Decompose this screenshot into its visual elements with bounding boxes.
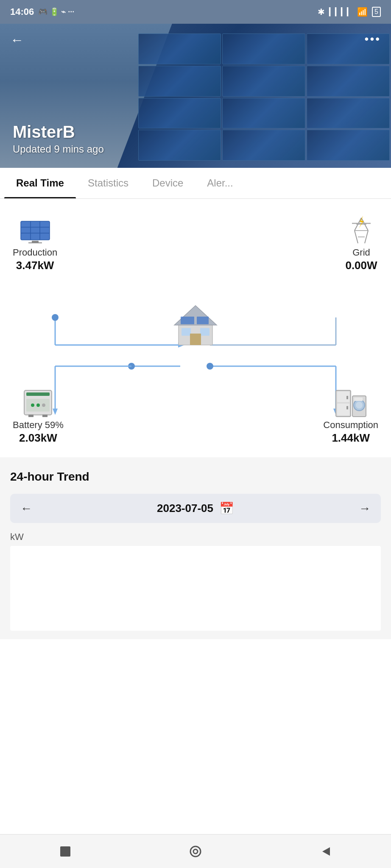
battery-storage-icon <box>21 388 55 418</box>
solar-panel-icon <box>18 216 52 245</box>
date-navigator: ← 2023-07-05 📅 → <box>10 494 381 523</box>
svg-point-41 <box>31 403 34 407</box>
svg-rect-34 <box>197 317 209 324</box>
svg-point-56 <box>190 846 201 857</box>
status-icons: 🎮 🔋 ⌁ ··· <box>38 7 74 17</box>
svg-line-24 <box>355 231 358 243</box>
consumption-node: Consumption 1.44kW <box>323 388 378 445</box>
svg-rect-49 <box>346 396 348 399</box>
tab-device[interactable]: Device <box>140 168 195 198</box>
bluetooth-icon: ✱ <box>318 7 325 17</box>
energy-flow-diagram: Production 3.47kW <box>13 216 378 445</box>
production-label: Production <box>13 247 57 258</box>
svg-rect-39 <box>26 392 50 396</box>
svg-point-57 <box>193 849 198 854</box>
battery-node: Battery 59% 2.03kW <box>13 388 64 445</box>
grid-node: Grid 0.00W <box>344 216 378 272</box>
tab-realtime[interactable]: Real Time <box>4 168 76 198</box>
svg-marker-58 <box>322 847 330 856</box>
svg-rect-50 <box>346 406 348 409</box>
battery-value: 2.03kW <box>19 431 57 445</box>
svg-rect-44 <box>28 415 34 417</box>
time-display: 14:06 <box>10 6 34 17</box>
signal-icon: ▎▎▎▎ <box>329 7 353 17</box>
svg-rect-33 <box>181 317 194 324</box>
consumption-label: Consumption <box>323 420 378 431</box>
status-right-icons: ✱ ▎▎▎▎ 📶 5 <box>318 7 381 17</box>
svg-rect-37 <box>190 334 201 345</box>
trend-title: 24-hour Trend <box>10 470 381 484</box>
prev-date-button[interactable]: ← <box>20 502 32 515</box>
nav-home-button[interactable] <box>185 841 206 862</box>
svg-point-3 <box>52 314 59 321</box>
consumption-icon <box>334 388 368 418</box>
header-content: MisterB Updated 9 mins ago <box>13 122 104 155</box>
date-display: 2023-07-05 📅 <box>157 501 234 515</box>
house-node <box>172 300 219 347</box>
svg-point-43 <box>42 403 45 407</box>
svg-point-53 <box>356 402 363 409</box>
grid-label: Grid <box>352 247 370 258</box>
calendar-icon[interactable]: 📅 <box>219 501 234 515</box>
status-time: 14:06 🎮 🔋 ⌁ ··· <box>10 6 74 17</box>
nav-square-button[interactable] <box>55 841 76 862</box>
grid-icon <box>344 216 378 245</box>
consumption-value: 1.44kW <box>332 431 370 445</box>
tab-alerts[interactable]: Aler... <box>195 168 245 198</box>
nav-back-button[interactable] <box>315 841 336 862</box>
next-date-button[interactable]: → <box>359 502 371 515</box>
trend-section: 24-hour Trend ← 2023-07-05 📅 → kW <box>0 457 391 639</box>
svg-rect-36 <box>200 328 209 336</box>
svg-rect-54 <box>354 398 363 401</box>
tab-bar: Real Time Statistics Device Aler... <box>0 168 391 199</box>
bottom-nav-bar <box>0 834 391 868</box>
svg-line-25 <box>365 231 368 243</box>
svg-rect-45 <box>42 415 47 417</box>
svg-point-14 <box>207 363 213 370</box>
svg-point-42 <box>36 403 40 407</box>
last-updated: Updated 9 mins ago <box>13 143 104 155</box>
station-name: MisterB <box>13 122 104 142</box>
battery-icon: 5 <box>372 7 381 17</box>
svg-rect-15 <box>21 221 50 240</box>
production-node: Production 3.47kW <box>13 216 57 272</box>
house-icon <box>172 300 219 347</box>
back-button[interactable]: ← <box>10 32 24 48</box>
bottom-spacer <box>0 639 391 682</box>
wifi-icon: 📶 <box>357 7 368 17</box>
grid-value: 0.00W <box>345 259 377 272</box>
status-bar: 14:06 🎮 🔋 ⌁ ··· ✱ ▎▎▎▎ 📶 5 <box>0 0 391 24</box>
svg-rect-55 <box>60 846 70 857</box>
svg-point-9 <box>128 363 135 370</box>
svg-rect-35 <box>182 328 191 336</box>
date-value: 2023-07-05 <box>157 502 213 515</box>
header-hero: ← ••• MisterB Updated 9 mins ago <box>0 24 391 168</box>
production-value: 3.47kW <box>16 259 54 272</box>
chart-y-label: kW <box>10 531 381 542</box>
panel-grid <box>137 32 391 162</box>
trend-chart <box>10 546 381 631</box>
tab-statistics[interactable]: Statistics <box>76 168 140 198</box>
main-content: Production 3.47kW <box>0 199 391 453</box>
battery-label: Battery 59% <box>13 420 64 431</box>
more-button[interactable]: ••• <box>365 32 381 46</box>
